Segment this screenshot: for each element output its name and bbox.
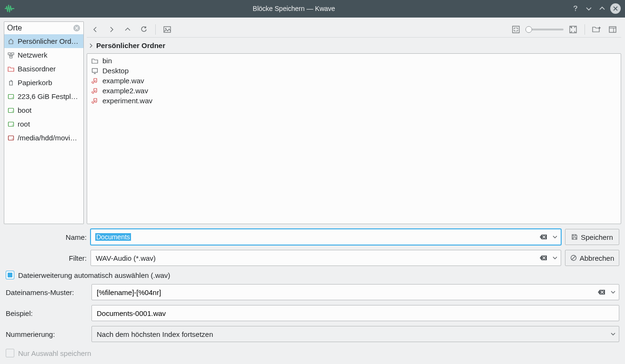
sidebar-item-label: Basisordner xyxy=(18,65,56,73)
svg-point-5 xyxy=(12,97,13,98)
nav-forward-button[interactable] xyxy=(105,23,118,36)
places-close-icon[interactable] xyxy=(73,24,81,32)
sidebar-item-trash[interactable]: Papierkorb xyxy=(4,76,83,89)
app-icon xyxy=(0,0,19,17)
new-folder-button[interactable] xyxy=(590,23,603,36)
svg-rect-10 xyxy=(9,136,14,140)
file-name: bin xyxy=(102,57,112,65)
save-button[interactable]: Speichern xyxy=(565,229,619,245)
nav-reload-button[interactable] xyxy=(137,23,151,36)
home-icon xyxy=(7,38,15,45)
audio-icon xyxy=(91,88,99,94)
file-name: Desktop xyxy=(102,67,129,75)
svg-rect-4 xyxy=(9,94,14,98)
clear-icon[interactable] xyxy=(539,254,548,262)
svg-line-24 xyxy=(572,256,575,260)
sidebar-item-label: /media/hdd/movi… xyxy=(18,134,77,142)
view-options-button[interactable] xyxy=(606,23,619,36)
file-listing[interactable]: bin Desktop example.wav example2.wav exp… xyxy=(87,53,621,224)
help-button[interactable] xyxy=(569,2,582,15)
titlebar: Blöcke Speichern — Kwave xyxy=(0,0,625,18)
file-item[interactable]: Desktop xyxy=(91,66,617,76)
nav-back-button[interactable] xyxy=(89,23,102,36)
chevron-down-icon[interactable] xyxy=(609,288,617,296)
only-selection-label: Nur Auswahl speichern xyxy=(18,349,91,357)
chevron-down-icon[interactable] xyxy=(551,254,559,262)
zoom-slider[interactable] xyxy=(525,29,564,30)
svg-rect-14 xyxy=(513,26,519,33)
file-item[interactable]: bin xyxy=(91,56,617,66)
name-label: Name: xyxy=(6,233,87,241)
svg-point-13 xyxy=(165,28,166,29)
drive-icon xyxy=(7,135,15,141)
sidebar-item-root[interactable]: root xyxy=(4,117,83,131)
zoom-in-button[interactable] xyxy=(566,23,580,36)
breadcrumb-current[interactable]: Persönlicher Ordner xyxy=(96,41,165,49)
svg-rect-1 xyxy=(8,53,10,55)
name-field[interactable]: Documents xyxy=(91,229,561,245)
clear-icon[interactable] xyxy=(539,233,548,241)
places-title: Orte xyxy=(7,24,71,32)
sidebar-item-network[interactable]: Netzwerk xyxy=(4,48,83,62)
svg-rect-18 xyxy=(609,27,616,32)
minimize-button[interactable] xyxy=(582,2,595,15)
maximize-button[interactable] xyxy=(595,2,609,15)
only-selection-checkbox xyxy=(6,349,14,357)
svg-rect-6 xyxy=(9,108,14,112)
chevron-down-icon[interactable] xyxy=(551,233,559,241)
sidebar-item-label: root xyxy=(18,120,30,128)
folder-outline-icon xyxy=(91,58,99,64)
drive-icon xyxy=(7,107,15,114)
folder-icon xyxy=(7,66,15,72)
file-item[interactable]: experiment.wav xyxy=(91,96,617,106)
sidebar-item-label: 223,6 GiB Festpl… xyxy=(18,92,78,100)
svg-rect-21 xyxy=(92,69,98,72)
sidebar-item-boot[interactable]: boot xyxy=(4,103,83,117)
audio-icon xyxy=(91,78,99,84)
places-list: Persönlicher Ord… Netzwerk Basisordner P… xyxy=(4,34,83,224)
svg-rect-2 xyxy=(11,53,14,55)
file-name: experiment.wav xyxy=(102,97,152,105)
filter-label: Filter: xyxy=(6,254,87,262)
svg-point-7 xyxy=(12,111,13,112)
file-name: example.wav xyxy=(102,77,144,85)
file-item[interactable]: example2.wav xyxy=(91,86,617,96)
numbering-field[interactable]: Nach dem höchsten Index fortsetzen xyxy=(91,326,619,342)
sidebar-item-basefolder[interactable]: Basisordner xyxy=(4,62,83,76)
pattern-label: Dateinamens-Muster: xyxy=(6,288,88,296)
network-icon xyxy=(7,52,15,59)
file-item[interactable]: example.wav xyxy=(91,76,617,86)
close-button[interactable] xyxy=(609,2,622,15)
svg-rect-8 xyxy=(9,122,14,126)
filter-field[interactable]: WAV-Audio (*.wav) xyxy=(91,250,561,266)
cancel-button[interactable]: Abbrechen xyxy=(565,250,619,266)
svg-rect-3 xyxy=(10,56,12,58)
show-preview-button[interactable] xyxy=(161,23,174,36)
sidebar-item-label: Persönlicher Ord… xyxy=(18,37,79,45)
example-field xyxy=(91,305,619,321)
auto-extension-label: Dateierweiterung automatisch auswählen (… xyxy=(18,271,170,279)
breadcrumb[interactable]: Persönlicher Ordner xyxy=(87,38,621,53)
drive-icon xyxy=(7,121,15,128)
pattern-field[interactable] xyxy=(91,284,619,300)
example-label: Beispiel: xyxy=(6,309,88,317)
audio-icon xyxy=(91,98,99,104)
sidebar-item-disk1[interactable]: 223,6 GiB Festpl… xyxy=(4,89,83,103)
auto-extension-checkbox[interactable] xyxy=(6,271,14,279)
file-name: example2.wav xyxy=(102,87,148,95)
nav-up-button[interactable] xyxy=(121,23,134,36)
sidebar-item-label: Papierkorb xyxy=(18,79,52,87)
desktop-icon xyxy=(91,68,99,74)
trash-icon xyxy=(7,79,15,86)
numbering-label: Nummerierung: xyxy=(6,330,88,338)
sidebar-item-label: Netzwerk xyxy=(18,51,48,59)
toolbar xyxy=(87,21,621,38)
sidebar-item-home[interactable]: Persönlicher Ord… xyxy=(4,34,83,48)
save-icon xyxy=(571,234,578,240)
sidebar-item-media[interactable]: /media/hdd/movi… xyxy=(4,131,83,145)
zoom-out-button[interactable] xyxy=(509,23,523,36)
window-title: Blöcke Speichern — Kwave xyxy=(19,5,569,12)
svg-point-9 xyxy=(12,125,13,126)
chevron-down-icon[interactable] xyxy=(609,330,617,338)
clear-icon[interactable] xyxy=(597,288,606,296)
